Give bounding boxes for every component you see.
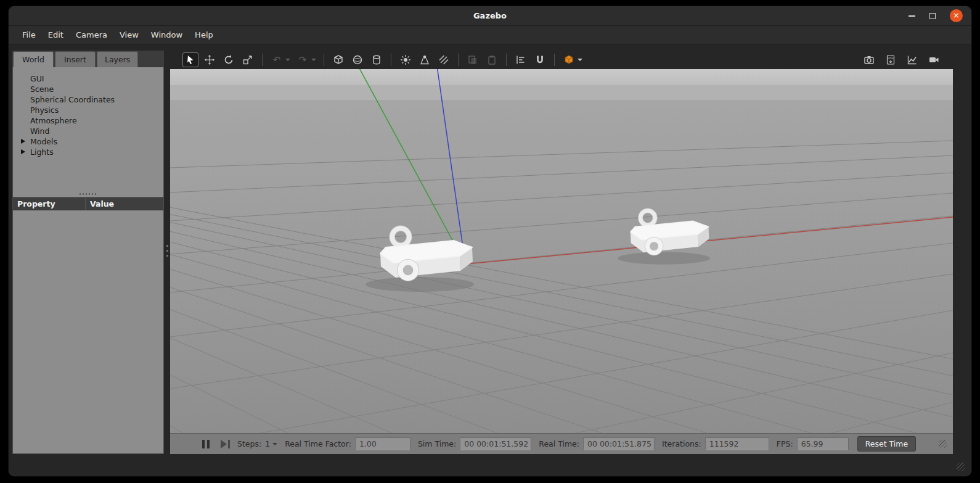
snap-tool-button[interactable] (532, 52, 548, 67)
tree-item-label: Wind (30, 126, 49, 136)
value-column-header: Value (86, 198, 114, 210)
tree-item-atmosphere[interactable]: Atmosphere (13, 115, 163, 126)
menubar: File Edit Camera View Window Help (9, 26, 971, 44)
menu-window[interactable]: Window (145, 26, 189, 44)
toolbar-separator (554, 54, 555, 66)
undo-icon: ↶ (273, 56, 281, 65)
tree-item-models[interactable]: Models (13, 136, 163, 147)
expand-arrow-icon (21, 149, 25, 154)
sphere-icon (352, 54, 363, 65)
step-icon (228, 440, 230, 448)
paste-icon (486, 54, 497, 65)
insert-sphere-button[interactable] (349, 52, 365, 67)
spot-light-icon (419, 54, 430, 65)
align-tool-button[interactable] (513, 52, 529, 67)
menu-edit[interactable]: Edit (42, 26, 70, 44)
fps-field: 65.99 (797, 437, 849, 450)
tree-item-label: Atmosphere (30, 116, 77, 125)
sky-band-top (170, 69, 953, 85)
spot-light-button[interactable] (417, 52, 433, 67)
pause-icon (207, 440, 210, 448)
vertical-splitter-handle[interactable] (164, 51, 170, 454)
video-record-button[interactable] (926, 52, 942, 67)
plot-button[interactable] (904, 52, 920, 67)
window-resize-grip-icon[interactable] (957, 463, 965, 471)
tree-item-scene[interactable]: Scene (13, 84, 163, 94)
fps-label: FPS: (777, 439, 793, 448)
copy-icon (467, 54, 478, 65)
undo-history-button[interactable] (284, 52, 292, 67)
world-tree-panel: GUI Scene Spherical Coordinates Physics … (12, 67, 164, 454)
maximize-icon[interactable] (929, 13, 936, 19)
directional-light-button[interactable] (436, 52, 452, 67)
scale-tool-button[interactable] (240, 52, 256, 67)
point-light-button[interactable] (398, 52, 414, 67)
insert-box-button[interactable] (330, 52, 346, 67)
gazebo-window: Gazebo × File Edit Camera View Window He… (9, 6, 971, 476)
camera-icon (864, 54, 875, 65)
resize-grip-icon[interactable] (939, 440, 947, 448)
scene-canvas[interactable] (170, 69, 953, 433)
tree-item-lights[interactable]: Lights (13, 147, 163, 157)
render-scene (170, 69, 953, 433)
view-angle-dropdown-button[interactable] (576, 52, 584, 67)
pointer-icon (185, 54, 196, 65)
tree-item-label: Models (30, 137, 57, 146)
capture-tools: LOG (861, 52, 942, 67)
redo-button[interactable]: ↷ (295, 52, 311, 67)
tab-layers[interactable]: Layers (97, 51, 138, 67)
tree-item-gui[interactable]: GUI (13, 73, 163, 84)
toolbar-separator (458, 54, 459, 66)
tab-insert[interactable]: Insert (55, 51, 96, 67)
paste-button[interactable] (484, 52, 500, 67)
rotate-icon (223, 54, 234, 65)
minimize-icon[interactable] (909, 15, 915, 17)
move-icon (204, 54, 215, 65)
steps-stepper[interactable]: 1 (265, 439, 277, 448)
toolbar-separator (324, 54, 324, 66)
translate-tool-button[interactable] (202, 52, 218, 67)
viewport-column: ↶ ↷ (170, 51, 953, 454)
menu-camera[interactable]: Camera (70, 26, 113, 44)
tree-item-label: Spherical Coordinates (30, 95, 115, 104)
splitter-dots-icon (166, 245, 168, 260)
align-icon (515, 54, 526, 65)
pause-button[interactable] (202, 440, 210, 448)
tree-item-spherical-coordinates[interactable]: Spherical Coordinates (13, 94, 163, 105)
tree-item-label: Physics (30, 105, 59, 115)
close-icon[interactable]: × (950, 9, 963, 22)
redo-history-button[interactable] (310, 52, 317, 67)
tree-item-physics[interactable]: Physics (13, 105, 163, 115)
steps-value: 1 (265, 439, 270, 448)
toolbar-separator (262, 54, 263, 66)
steps-label: Steps: (237, 439, 261, 448)
main-content: World Insert Layers GUI Scene Spherical … (9, 44, 971, 476)
menu-view[interactable]: View (113, 26, 145, 44)
step-icon (221, 440, 227, 448)
directional-light-icon (438, 54, 449, 65)
redo-icon: ↷ (299, 56, 307, 65)
rtf-label: Real Time Factor: (285, 439, 351, 448)
sky-band-horizon (170, 85, 953, 100)
insert-cylinder-button[interactable] (369, 52, 385, 67)
titlebar[interactable]: Gazebo × (9, 6, 971, 26)
view-angle-button[interactable] (561, 52, 577, 67)
undo-button[interactable]: ↶ (269, 52, 285, 67)
copy-button[interactable] (465, 52, 481, 67)
cylinder-icon (371, 54, 382, 65)
iterations-label: Iterations: (662, 439, 701, 448)
screenshot-button[interactable] (861, 52, 877, 67)
menu-help[interactable]: Help (189, 26, 219, 44)
tab-world[interactable]: World (13, 51, 54, 67)
tree-item-wind[interactable]: Wind (13, 126, 163, 136)
select-tool-button[interactable] (182, 52, 198, 67)
step-button[interactable] (221, 440, 230, 448)
toolbar-separator (391, 54, 391, 66)
rotate-tool-button[interactable] (221, 52, 237, 67)
render-toolbar: ↶ ↷ (170, 51, 953, 69)
menu-file[interactable]: File (16, 26, 42, 44)
reset-time-button[interactable]: Reset Time (857, 436, 916, 452)
chevron-down-icon (272, 443, 277, 445)
log-record-button[interactable]: LOG (883, 52, 899, 67)
horizontal-splitter-handle[interactable] (80, 193, 97, 195)
